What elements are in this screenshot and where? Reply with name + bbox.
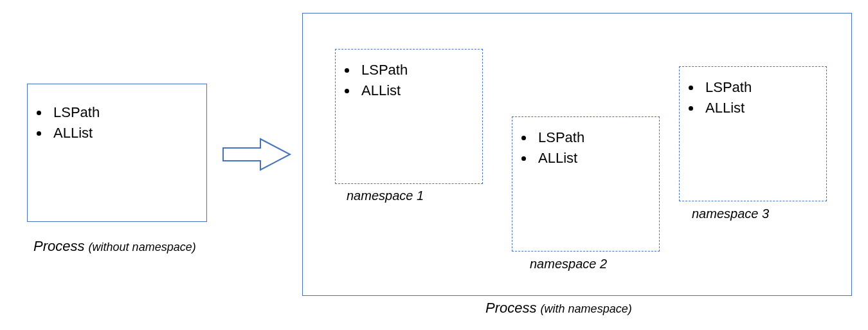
list-item: LSPath (50, 102, 206, 123)
list-item: LSPath (357, 60, 482, 80)
namespace-1-list: LSPath ALList (336, 60, 482, 101)
process-without-namespace-box: LSPath ALList (27, 84, 207, 222)
arrow-icon (222, 136, 293, 172)
caption-text: Process (33, 238, 89, 254)
namespace-2-box: LSPath ALList (512, 116, 660, 252)
list-item: ALList (534, 148, 659, 169)
list-item: LSPath (701, 77, 826, 98)
namespace-1-box: LSPath ALList (335, 49, 483, 184)
list-item: ALList (50, 123, 206, 143)
left-process-caption: Process (without namespace) (33, 238, 196, 255)
left-box-list: LSPath ALList (28, 102, 206, 143)
caption-subtext: (without namespace) (89, 241, 196, 253)
caption-text: Process (485, 300, 541, 316)
process-with-namespace-box: LSPath ALList namespace 1 LSPath ALList … (302, 13, 852, 296)
list-item: LSPath (534, 127, 659, 148)
namespace-3-caption: namespace 3 (692, 206, 769, 221)
namespace-2-list: LSPath ALList (512, 127, 659, 169)
namespace-1-caption: namespace 1 (347, 188, 424, 203)
right-process-caption: Process (with namespace) (485, 300, 632, 316)
list-item: ALList (357, 80, 482, 101)
diagram-canvas: LSPath ALList Process (without namespace… (0, 0, 868, 330)
namespace-3-box: LSPath ALList (679, 66, 827, 201)
namespace-2-caption: namespace 2 (530, 257, 607, 271)
list-item: ALList (701, 98, 826, 118)
caption-subtext: (with namespace) (541, 302, 632, 315)
namespace-3-list: LSPath ALList (680, 77, 826, 118)
